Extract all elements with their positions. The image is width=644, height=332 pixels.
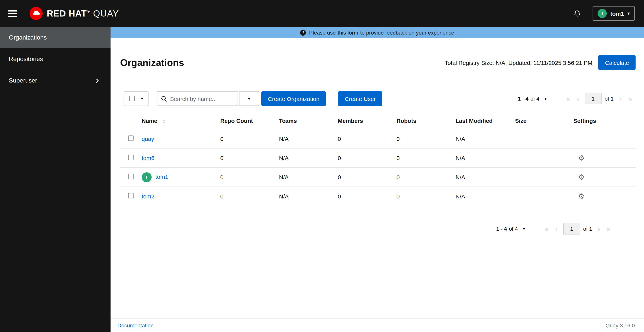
row-checkbox[interactable] (128, 193, 134, 198)
page-count-label: of 1 (605, 96, 614, 102)
org-link[interactable]: tom2 (142, 193, 154, 200)
table-row: quay 0 N/A 0 0 N/A (120, 129, 636, 148)
cell-teams: N/A (276, 148, 335, 168)
cell-size (512, 148, 570, 168)
cell-select (120, 129, 138, 148)
prev-page-button[interactable]: ‹ (552, 226, 561, 232)
sidebar-item-organizations[interactable]: Organizations (0, 27, 110, 48)
cell-repo-count: 0 (217, 168, 276, 187)
app: RED HAT ® QUAY T tom1 ▾ Organizations (0, 0, 644, 332)
table-header-row: Name↕ Repo Count Teams Members Robots La… (120, 114, 636, 129)
user-menu-dropdown[interactable]: T tom1 ▾ (592, 6, 635, 21)
cell-robots: 0 (394, 148, 452, 168)
page-title: Organizations (120, 57, 184, 68)
org-link[interactable]: quay (142, 136, 154, 142)
cell-robots: 0 (394, 168, 452, 187)
column-header-robots: Robots (394, 114, 452, 129)
first-page-button[interactable]: « (541, 226, 552, 232)
first-page-button[interactable]: « (563, 96, 574, 102)
banner-text-prefix: Please use (309, 30, 336, 36)
documentation-link[interactable]: Documentation (118, 322, 154, 328)
search-options-dropdown[interactable]: ▾ (239, 91, 259, 106)
brand-quay-text: QUAY (93, 8, 119, 18)
cell-select (120, 168, 138, 187)
notifications-bell-icon[interactable] (574, 10, 581, 18)
sidebar-item-label: Superuser (9, 77, 37, 84)
org-link[interactable]: tom6 (142, 155, 154, 161)
pagination-nav: « ‹ of 1 › » (541, 223, 614, 234)
search-icon (161, 96, 167, 102)
table-row: Ttom1 0 N/A 0 0 N/A ⚙ (120, 168, 636, 187)
feedback-banner: i Please use this form to provide feedba… (110, 27, 644, 38)
org-settings-gear-icon[interactable]: ⚙ (574, 154, 584, 162)
bulk-select-dropdown[interactable]: ▾ (124, 91, 148, 106)
next-page-button[interactable]: › (594, 226, 604, 232)
cell-teams: N/A (276, 187, 335, 206)
brand-red-hat-text: RED HAT (47, 8, 87, 18)
cell-last-modified: N/A (452, 129, 512, 148)
org-settings-gear-icon[interactable]: ⚙ (574, 193, 584, 200)
create-user-button[interactable]: Create User (338, 91, 382, 106)
pagination-range-dropdown[interactable]: 1 - 4 of 4 ▾ (496, 226, 525, 232)
organizations-table: Name↕ Repo Count Teams Members Robots La… (120, 114, 636, 206)
sidebar-item-superuser[interactable]: Superuser (0, 70, 110, 91)
pagination-bottom-wrap: 1 - 4 of 4 ▾ « ‹ of 1 › » (110, 223, 644, 234)
pagination-range-dropdown[interactable]: 1 - 4 of 4 ▾ (518, 96, 547, 102)
cell-name: Ttom1 (138, 168, 217, 187)
page-count-label: of 1 (583, 226, 592, 232)
cell-name: tom6 (138, 148, 217, 168)
search-box (156, 91, 238, 106)
cell-repo-count: 0 (217, 187, 276, 206)
nav-toggle-hamburger-icon[interactable] (8, 10, 18, 18)
cell-select (120, 148, 138, 168)
row-checkbox[interactable] (128, 174, 134, 179)
pagination-bottom: 1 - 4 of 4 ▾ « ‹ of 1 › » (496, 223, 614, 234)
chevron-down-icon: ▾ (544, 96, 547, 101)
masthead: RED HAT ® QUAY T tom1 ▾ (0, 0, 644, 27)
chevron-right-icon (95, 78, 100, 83)
org-settings-gear-icon[interactable]: ⚙ (574, 174, 584, 181)
cell-last-modified: N/A (452, 168, 512, 187)
chevron-down-icon: ▾ (141, 96, 143, 101)
banner-text-suffix: to provide feedback on your experience (360, 30, 454, 36)
cell-settings: ⚙ (570, 148, 636, 168)
cell-name: tom2 (138, 187, 217, 206)
last-page-button[interactable]: » (625, 96, 636, 102)
cell-members: 0 (335, 148, 394, 168)
column-header-settings: Settings (570, 114, 636, 129)
column-header-members: Members (335, 114, 394, 129)
column-header-teams: Teams (276, 114, 335, 129)
org-link[interactable]: tom1 (156, 173, 168, 180)
chevron-down-icon: ▾ (523, 226, 525, 231)
quay-brand[interactable]: RED HAT ® QUAY (29, 6, 119, 20)
cell-settings (570, 129, 636, 148)
cell-last-modified: N/A (452, 187, 512, 206)
row-checkbox[interactable] (128, 136, 134, 141)
column-header-name[interactable]: Name↕ (138, 114, 217, 129)
cell-size (512, 129, 570, 148)
page-footer: Documentation Quay 3.16.0 (110, 318, 644, 332)
cell-settings: ⚙ (570, 168, 636, 187)
pagination-nav: « ‹ of 1 › » (563, 93, 636, 104)
sort-icon[interactable]: ↕ (163, 118, 166, 124)
column-header-last-modified: Last Modified (452, 114, 512, 129)
user-name: tom1 (610, 10, 624, 17)
table-row: tom2 0 N/A 0 0 N/A ⚙ (120, 187, 636, 206)
search-group: ▾ (156, 91, 259, 106)
user-avatar: T (598, 9, 607, 18)
prev-page-button[interactable]: ‹ (574, 96, 582, 102)
version-text: Quay 3.16.0 (606, 322, 635, 328)
next-page-button[interactable]: › (616, 96, 625, 102)
current-page-input[interactable] (563, 223, 580, 234)
feedback-form-link[interactable]: this form (338, 30, 358, 36)
cell-size (512, 187, 570, 206)
calculate-button[interactable]: Calculate (598, 55, 636, 70)
current-page-input[interactable] (585, 93, 602, 104)
create-organization-button[interactable]: Create Organization (261, 91, 326, 106)
row-checkbox[interactable] (128, 155, 134, 160)
last-page-button[interactable]: » (604, 226, 614, 232)
sidebar-item-repositories[interactable]: Repositories (0, 48, 110, 70)
select-all-checkbox[interactable] (129, 96, 135, 101)
table-row: tom6 0 N/A 0 0 N/A ⚙ (120, 148, 636, 168)
search-input[interactable] (170, 96, 238, 102)
